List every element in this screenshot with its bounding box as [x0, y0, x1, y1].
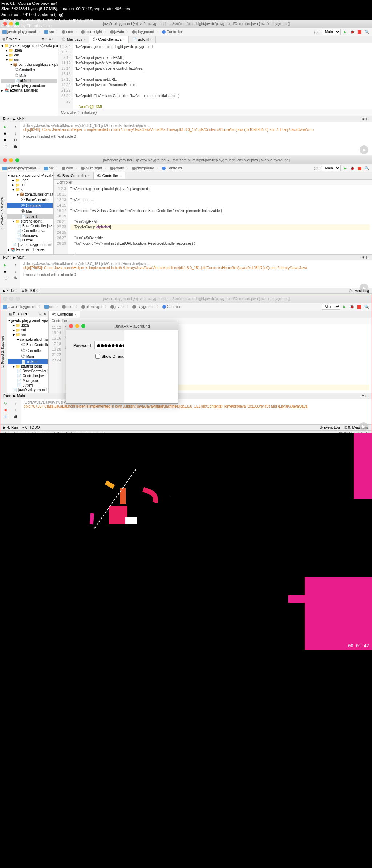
bc-pluralsight[interactable]: pluralsight — [81, 166, 102, 170]
print-icon[interactable]: 🖶 — [12, 143, 18, 149]
tree-iml[interactable]: 📄 javafx-playground.iml — [1, 83, 57, 88]
code-editor[interactable]: 1 2 3 10 11 12 13 14 15 16 17 18 19 20 2… — [54, 185, 372, 254]
tree-src[interactable]: ▾ 📁 src — [7, 187, 53, 192]
tree-root[interactable]: ▾ 📁 javafx-playground ~/javafx-pla... — [1, 43, 57, 48]
run-tab[interactable]: ▶ 4: Run — [3, 289, 17, 293]
bc-pluralsight[interactable]: pluralsight — [81, 30, 102, 34]
tree-main[interactable]: Ⓒ Main — [8, 353, 48, 359]
tree-controller[interactable]: Ⓒ Controller — [7, 203, 53, 208]
bc-javafx[interactable]: javafx — [110, 166, 124, 170]
code-content[interactable]: "kw">package com.pluralsight.javafx.play… — [73, 43, 372, 109]
bc-com[interactable]: com — [62, 166, 73, 170]
tree-idea[interactable]: ▸ 📁 .idea — [7, 178, 53, 183]
bc-src[interactable]: src — [44, 305, 54, 309]
tree-controller[interactable]: Ⓒ Controller — [1, 67, 57, 73]
show-characters-checkbox[interactable] — [95, 354, 100, 359]
project-tool-tab[interactable]: 1: Project 2: Structure — [0, 311, 7, 393]
run-tab[interactable]: ▶ 4: Run — [3, 425, 18, 429]
bc-playground[interactable]: playground — [132, 305, 154, 309]
minimize-icon[interactable] — [9, 158, 13, 162]
bc-controller[interactable]: Controller — [162, 166, 182, 170]
tab-main[interactable]: Ⓒ Main.java × — [58, 36, 89, 43]
bc-javafx[interactable]: javafx — [110, 305, 124, 309]
tree-uifxml[interactable]: 📄 ui.fxml — [8, 359, 48, 364]
editor-breadcrumb[interactable]: Controller 〉initialize() — [58, 109, 372, 116]
minimize-icon[interactable] — [75, 324, 79, 328]
exit-button[interactable]: ⬚ — [2, 275, 8, 281]
stop-button[interactable]: ■ — [3, 407, 8, 413]
tab-basecontroller[interactable]: Ⓒ BaseController × — [54, 172, 94, 179]
inner-breadcrumb[interactable]: Controller — [54, 180, 372, 185]
tree-ext[interactable]: ▸ 📚 External Libraries — [7, 247, 53, 252]
console-output[interactable]: /Library/Java/JavaVirtualMachines/jdk1.8… — [20, 260, 372, 288]
code-editor[interactable]: 1 2 3 4 5 6 7 8 9 10 11 12 13 14 15 16 1… — [58, 43, 372, 109]
bc-playground[interactable]: playground — [132, 30, 154, 34]
bc-com[interactable]: com — [62, 305, 73, 309]
tree-root[interactable]: ▾ javafx-playground ~/javafx-pla — [7, 173, 53, 178]
eventlog-tab[interactable]: ⊙ Event Log — [320, 425, 340, 429]
stop-button[interactable] — [357, 165, 363, 171]
bc-playground[interactable]: playground — [132, 166, 154, 170]
stop-button[interactable]: ■ — [2, 268, 8, 274]
rerun-button[interactable]: ▶ — [2, 262, 8, 268]
tree-uifxml2[interactable]: 📄 ui.fxml — [7, 238, 53, 243]
up-icon[interactable]: ↑ — [12, 262, 18, 268]
tab-controller[interactable]: Ⓒ Controller.java × — [89, 36, 129, 43]
rerun-button[interactable]: ▶ — [2, 124, 8, 129]
tree-root[interactable]: ▾ javafx-playground ~/javafx-pla — [8, 318, 48, 323]
tree-pkg[interactable]: ▾ 📦 com.pluralsight.javafx.pla — [7, 192, 53, 197]
close-icon[interactable]: × — [84, 38, 86, 41]
todo-tab[interactable]: ≡ 6: TODO — [22, 425, 40, 429]
tree-basecontroller[interactable]: Ⓒ BaseController — [8, 342, 48, 348]
rerun-button[interactable]: ↻ — [3, 400, 8, 406]
bc-src[interactable]: src — [44, 166, 54, 170]
tree-uifxml2[interactable]: 📄 ui.fxml — [8, 383, 48, 388]
down-icon[interactable]: ↓ — [13, 407, 19, 413]
search-icon[interactable]: 🔍 — [364, 165, 370, 171]
tree-uifxml[interactable]: 📄 ui.fxml — [7, 214, 53, 219]
tree-bcjava[interactable]: 📄 BaseController.java — [7, 224, 53, 228]
print-icon[interactable]: 🖶 — [12, 275, 18, 281]
tree-src[interactable]: ▾ 📁 src — [8, 332, 48, 337]
bc-root[interactable]: javafx-playground — [2, 166, 36, 170]
tree-src[interactable]: ▾ 📁 src — [1, 57, 57, 62]
maximize-icon[interactable] — [15, 158, 19, 162]
todo-tab[interactable]: ≡ 6: TODO — [22, 289, 39, 293]
tree-cjava[interactable]: 📄 Controller.java — [8, 373, 48, 378]
bc-root[interactable]: javafx-playground — [3, 305, 36, 309]
down-icon[interactable]: ↓ — [12, 130, 18, 136]
bc-root[interactable]: javafx-playground — [2, 30, 36, 34]
stop-button[interactable] — [357, 29, 363, 35]
code-content[interactable]: "kw">package com.pluralsight.javafx.play… — [68, 185, 372, 254]
close-icon[interactable] — [3, 158, 7, 162]
print-icon[interactable]: 🖶 — [13, 413, 19, 419]
run-button[interactable]: ▶ — [342, 29, 348, 35]
tree-out[interactable]: ▸ 📁 out — [7, 183, 53, 187]
tab-controller[interactable]: Ⓒ Controller × — [94, 172, 125, 179]
tab-uifxml[interactable]: 📄 ui.fxml × — [129, 36, 156, 43]
close-icon[interactable]: × — [123, 38, 125, 41]
tree-ext[interactable]: ▸ 📚 External Libraries — [8, 392, 48, 393]
pause-button[interactable]: ⏸ — [3, 413, 8, 419]
tree-bcjava[interactable]: 📄 BaseController.java — [8, 369, 48, 373]
up-icon[interactable]: ↑ — [12, 124, 18, 129]
tree-starting[interactable]: ▾ 📁 starting-point — [7, 219, 53, 224]
pause-button[interactable]: ⏸ — [2, 137, 8, 143]
maximize-icon[interactable] — [81, 324, 85, 328]
tree-cjava[interactable]: 📄 Controller.java — [7, 228, 53, 233]
tree-uifxml[interactable]: 📄 ui.fxml — [1, 79, 57, 83]
console-output[interactable]: /Library/Java/JavaVirtualMachines/jdk1.8… — [20, 122, 372, 155]
run-config-select[interactable]: Main — [322, 165, 341, 171]
tree-idea[interactable]: ▸ 📁 .idea — [8, 323, 48, 328]
project-tool-tab[interactable]: 1: Project 2: Structure — [0, 172, 7, 254]
search-icon[interactable]: 🔍 — [364, 29, 370, 35]
close-icon[interactable]: × — [150, 38, 152, 41]
tree-controller[interactable]: Ⓒ Controller — [8, 348, 48, 353]
tree-mjava[interactable]: 📄 Main.java — [7, 233, 53, 238]
tree-pkg[interactable]: ▾ 📦 com.pluralsight.javafx.playgro — [1, 62, 57, 67]
bc-com[interactable]: com — [62, 30, 73, 34]
tree-iml[interactable]: 📄 javafx-playground.iml — [8, 388, 48, 392]
tree-idea[interactable]: ▸ 📁 .idea — [1, 48, 57, 53]
bc-src[interactable]: src — [44, 30, 54, 34]
run-config-select[interactable]: Main — [322, 304, 340, 310]
